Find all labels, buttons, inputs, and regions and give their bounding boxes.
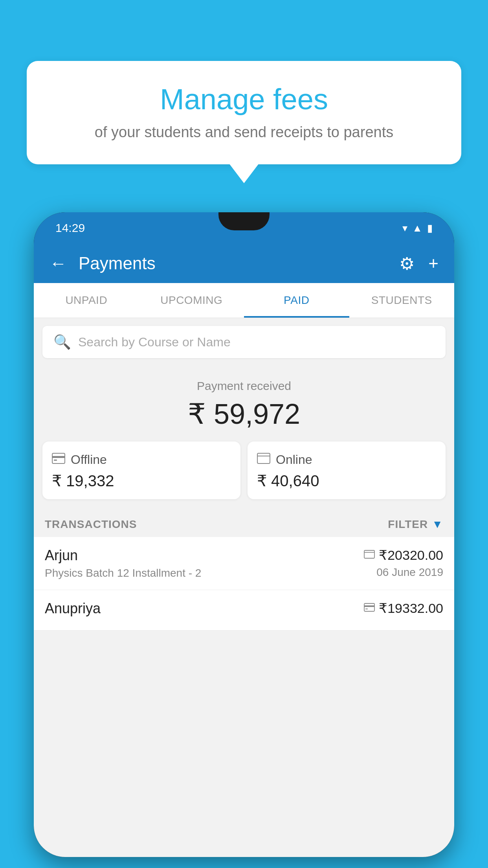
- transaction-amount: ₹20320.00: [379, 547, 443, 563]
- online-card: Online ₹ 40,640: [248, 441, 446, 499]
- offline-payment-icon: [364, 602, 375, 614]
- svg-rect-3: [257, 453, 270, 463]
- phone-screen: ← Payments ⚙ + UNPAID UPCOMING PAID STUD…: [34, 244, 454, 857]
- header-icons: ⚙ +: [399, 254, 438, 274]
- svg-rect-9: [365, 609, 368, 609]
- offline-card-header: Offline: [52, 452, 231, 467]
- tab-students[interactable]: STUDENTS: [349, 283, 455, 318]
- online-card-header: Online: [257, 452, 436, 467]
- transaction-right: ₹19332.00: [364, 600, 443, 619]
- offline-icon: [52, 452, 65, 467]
- payment-cards: Offline ₹ 19,332 Online ₹ 40,640: [34, 441, 454, 510]
- app-header: ← Payments ⚙ +: [34, 244, 454, 283]
- svg-rect-2: [54, 460, 57, 461]
- transaction-name: Arjun: [45, 547, 201, 564]
- transaction-date: 06 June 2019: [364, 566, 443, 579]
- phone-frame: 14:29 ▾ ▲ ▮ ← Payments ⚙ + UNPAID UPCOMI…: [34, 212, 454, 857]
- signal-icon: ▲: [412, 222, 422, 234]
- tab-upcoming[interactable]: UPCOMING: [139, 283, 244, 318]
- tab-paid[interactable]: PAID: [244, 283, 349, 318]
- table-row[interactable]: Anupriya ₹19332.00: [34, 590, 454, 631]
- tabs-bar: UNPAID UPCOMING PAID STUDENTS: [34, 283, 454, 318]
- page-title: Payments: [79, 254, 387, 273]
- bubble-subtitle: of your students and send receipts to pa…: [50, 124, 438, 141]
- status-time: 14:29: [55, 221, 85, 235]
- svg-rect-5: [364, 550, 374, 558]
- transaction-amount-row: ₹20320.00: [364, 547, 443, 563]
- transactions-header: TRANSACTIONS FILTER ▼: [34, 510, 454, 537]
- transaction-right: ₹20320.00 06 June 2019: [364, 547, 443, 579]
- battery-icon: ▮: [427, 222, 433, 234]
- payment-received-amount: ₹ 59,972: [42, 397, 446, 430]
- svg-rect-8: [364, 605, 374, 607]
- filter-label: FILTER: [388, 518, 428, 531]
- filter-icon: ▼: [432, 518, 443, 531]
- transaction-amount: ₹19332.00: [379, 600, 443, 616]
- payment-received-section: Payment received ₹ 59,972: [34, 366, 454, 441]
- search-bar[interactable]: 🔍 Search by Course or Name: [42, 326, 446, 358]
- bubble-title: Manage fees: [50, 83, 438, 116]
- search-icon: 🔍: [53, 334, 71, 350]
- back-button[interactable]: ←: [50, 254, 67, 273]
- offline-amount: ₹ 19,332: [52, 472, 231, 490]
- transaction-detail: Physics Batch 12 Installment - 2: [45, 567, 201, 579]
- online-amount: ₹ 40,640: [257, 472, 436, 490]
- transaction-amount-row: ₹19332.00: [364, 600, 443, 616]
- offline-card: Offline ₹ 19,332: [42, 441, 240, 499]
- add-icon[interactable]: +: [428, 254, 438, 273]
- payment-received-label: Payment received: [42, 379, 446, 393]
- online-label: Online: [276, 452, 312, 467]
- transaction-name: Anupriya: [45, 600, 101, 617]
- tab-unpaid[interactable]: UNPAID: [34, 283, 139, 318]
- status-icons: ▾ ▲ ▮: [402, 222, 433, 234]
- speech-bubble: Manage fees of your students and send re…: [27, 61, 461, 164]
- wifi-icon: ▾: [402, 222, 407, 234]
- search-input[interactable]: Search by Course or Name: [78, 335, 435, 349]
- online-payment-icon: [364, 549, 375, 561]
- offline-label: Offline: [71, 452, 107, 467]
- transaction-left: Anupriya: [45, 600, 101, 620]
- svg-rect-1: [52, 456, 65, 458]
- svg-rect-0: [52, 453, 65, 463]
- table-row[interactable]: Arjun Physics Batch 12 Installment - 2 ₹…: [34, 537, 454, 590]
- filter-button[interactable]: FILTER ▼: [388, 518, 443, 531]
- status-bar: 14:29 ▾ ▲ ▮: [34, 212, 454, 244]
- settings-icon[interactable]: ⚙: [399, 254, 415, 274]
- online-icon: [257, 452, 270, 467]
- transactions-label: TRANSACTIONS: [45, 518, 137, 531]
- svg-rect-7: [364, 603, 374, 611]
- transaction-left: Arjun Physics Batch 12 Installment - 2: [45, 547, 201, 579]
- notch: [218, 212, 270, 230]
